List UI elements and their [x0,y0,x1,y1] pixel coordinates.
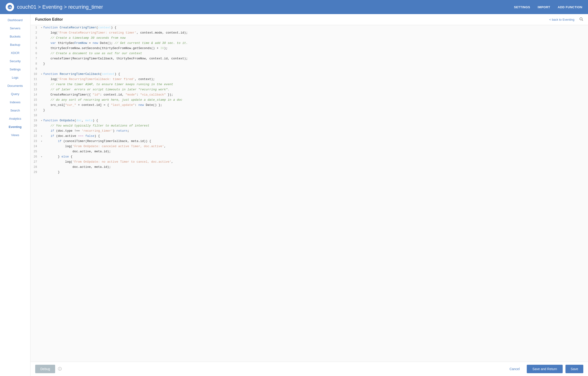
settings-nav-btn[interactable]: SETTINGS [514,5,530,9]
code-line-11: 11 log('From RecurringTimerCallback: tim… [31,77,588,82]
sidebar-item-eventing[interactable]: Eventing [0,123,30,131]
svg-point-2 [580,18,582,20]
import-nav-btn[interactable]: IMPORT [538,5,550,9]
code-line-20: 20 // You would typically filter to muta… [31,123,588,128]
editor-header: Function Editor < back to Eventing [31,14,588,25]
code-line-9: 9 [31,66,588,72]
code-line-15: 15 // do any sort of recurring work here… [31,97,588,103]
code-line-26: 26 ▾ } else { [31,154,588,159]
sidebar-item-buckets[interactable]: Buckets [0,32,30,41]
code-editor[interactable]: 1 ▾ function CreateRecurringTimer(contex… [31,25,588,362]
sidebar-item-security[interactable]: Security [0,57,30,65]
breadcrumb: couch01 > Eventing > recurring_timer [17,4,514,10]
svg-text:cb: cb [9,6,12,9]
cancel-button[interactable]: Cancel [505,365,524,373]
bottom-bar: Debug ⓘ Cancel Save and Return Save [31,362,588,376]
save-button[interactable]: Save [566,365,583,373]
sidebar-item-analytics[interactable]: Analytics [0,115,30,123]
code-line-22: 22 ▾ if (doc.active === false) { [31,134,588,139]
main-layout: Dashboard Servers Buckets Backup XDCR Se… [0,14,588,376]
sidebar: Dashboard Servers Buckets Backup XDCR Se… [0,14,31,376]
sidebar-item-logs[interactable]: Logs [0,74,30,82]
search-icon[interactable] [579,17,583,22]
code-line-27: 27 log('From OnUpdate: no active Timer t… [31,159,588,164]
sidebar-item-query[interactable]: Query [0,90,30,98]
save-and-return-button[interactable]: Save and Return [527,365,563,373]
code-line-2: 2 log('From CreateRecurringTimer: creati… [31,30,588,35]
editor-title: Function Editor [35,17,549,21]
content-area: Function Editor < back to Eventing 1 ▾ f… [31,14,588,376]
code-line-12: 12 // rearm the timer ASAP, to ensure ti… [31,82,588,87]
code-line-8: 8 } [31,61,588,66]
code-line-6: 6 // Create a document to use as out for… [31,51,588,56]
sidebar-item-backup[interactable]: Backup [0,41,30,49]
code-line-28: 28 doc.active, meta.id); [31,164,588,170]
code-line-14: 14 CreateRecurringTimer({ "id": context.… [31,92,588,97]
app-logo: cb [6,3,14,11]
code-line-16: 16 src_col["cur_" + context.id] = { "las… [31,103,588,108]
sidebar-item-servers[interactable]: Servers [0,24,30,32]
debug-button[interactable]: Debug [35,365,55,373]
code-line-5: 5 thirtySecFromNow.setSeconds(thirtySecF… [31,46,588,51]
code-line-21: 21 if (doc.type !== 'recurring_timer') r… [31,128,588,134]
code-line-19: 19 ▾ function OnUpdate(doc, meta) { [31,118,588,123]
sidebar-item-xdcr[interactable]: XDCR [0,49,30,57]
code-line-1: 1 ▾ function CreateRecurringTimer(contex… [31,25,588,30]
code-line-18: 18 [31,113,588,118]
svg-line-3 [582,20,583,21]
code-line-13: 13 // of later errors or script timeouts… [31,87,588,92]
sidebar-item-views[interactable]: Views [0,131,30,139]
code-line-25: 25 doc.active, meta.id); [31,149,588,154]
code-line-3: 3 // Create a timestamp 30 seconds from … [31,35,588,41]
header-nav: SETTINGS IMPORT ADD FUNCTION [514,5,582,9]
info-icon[interactable]: ⓘ [58,367,62,372]
code-line-23: 23 ▾ if (cancelTimer(RecurringTimerCallb… [31,139,588,144]
code-line-7: 7 createTimer(RecurringTimerCallback, th… [31,56,588,61]
sidebar-item-documents[interactable]: Documents [0,82,30,90]
code-line-24: 24 log('From OnUpdate: canceled active T… [31,144,588,149]
code-line-4: 4 var thirtySecFromNow = new Date(); // … [31,41,588,46]
sidebar-item-search[interactable]: Search [0,106,30,115]
back-to-eventing-link[interactable]: < back to Eventing [549,18,574,21]
add-function-nav-btn[interactable]: ADD FUNCTION [558,5,582,9]
code-line-10: 10 ▾ function RecurringTimerCallback(con… [31,72,588,77]
sidebar-item-settings[interactable]: Settings [0,65,30,74]
sidebar-item-indexes[interactable]: Indexes [0,98,30,106]
sidebar-item-dashboard[interactable]: Dashboard [0,16,30,24]
top-header: cb couch01 > Eventing > recurring_timer … [0,0,588,14]
code-line-17: 17 } [31,108,588,113]
code-line-29: 29 } [31,170,588,175]
